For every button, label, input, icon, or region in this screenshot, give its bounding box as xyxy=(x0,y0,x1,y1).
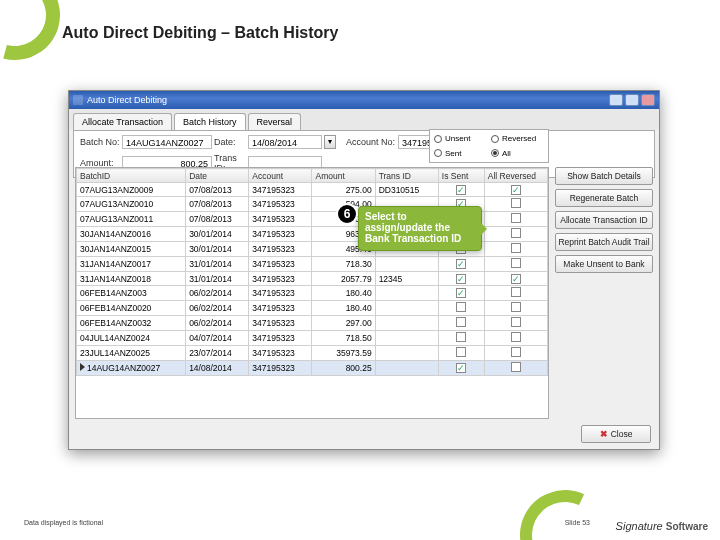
brand-logo: Signature Software xyxy=(616,520,708,532)
regenerate-batch-button[interactable]: Regenerate Batch xyxy=(555,189,653,207)
grid-header-row: BatchID Date Account Amount Trans ID Is … xyxy=(77,169,548,183)
table-row[interactable]: 04JUL14ANZ002404/07/2014347195323718.50 xyxy=(77,331,548,346)
checkbox-icon: ✓ xyxy=(456,363,466,373)
col-batchid[interactable]: BatchID xyxy=(77,169,186,183)
instruction-callout: Select to assign/update the Bank Transac… xyxy=(358,206,482,251)
checkbox-icon xyxy=(511,198,521,208)
reprint-audit-trail-button[interactable]: Reprint Batch Audit Trail xyxy=(555,233,653,251)
checkbox-icon xyxy=(511,362,521,372)
col-account[interactable]: Account xyxy=(249,169,312,183)
table-row[interactable]: 06FEB14ANZ00306/02/2014347195323180.40✓ xyxy=(77,286,548,301)
tab-strip: Allocate Transaction Batch History Rever… xyxy=(69,109,659,130)
close-button-wrap: ✖Close xyxy=(581,425,651,443)
checkbox-icon xyxy=(511,332,521,342)
status-radio-group: Unsent Reversed Sent All xyxy=(429,129,549,163)
allocate-transaction-id-button[interactable]: Allocate Transaction ID xyxy=(555,211,653,229)
table-row[interactable]: 06FEB14ANZ002006/02/2014347195323180.40 xyxy=(77,301,548,316)
checkbox-icon xyxy=(456,302,466,312)
checkbox-icon: ✓ xyxy=(456,185,466,195)
checkbox-icon: ✓ xyxy=(456,259,466,269)
checkbox-icon: ✓ xyxy=(456,288,466,298)
table-row[interactable]: 31JAN14ANZ001731/01/2014347195323718.30✓ xyxy=(77,257,548,272)
table-row[interactable]: 14AUG14ANZ002714/08/2014347195323800.25✓ xyxy=(77,361,548,376)
step-number-badge: 6 xyxy=(336,203,358,225)
col-transid[interactable]: Trans ID xyxy=(375,169,438,183)
row-selector-icon xyxy=(80,363,85,371)
make-unsent-button[interactable]: Make Unsent to Bank xyxy=(555,255,653,273)
date-field[interactable]: 14/08/2014 xyxy=(248,135,322,149)
window-title: Auto Direct Debiting xyxy=(87,95,167,105)
tab-allocate-transaction[interactable]: Allocate Transaction xyxy=(73,113,172,130)
table-row[interactable]: 06FEB14ANZ003206/02/2014347195323297.00 xyxy=(77,316,548,331)
tab-reversal[interactable]: Reversal xyxy=(248,113,302,130)
batch-no-field[interactable]: 14AUG14ANZ0027 xyxy=(122,135,212,149)
checkbox-icon xyxy=(511,287,521,297)
window-titlebar: Auto Direct Debiting xyxy=(69,91,659,109)
app-window: Auto Direct Debiting Allocate Transactio… xyxy=(68,90,660,450)
page-title: Auto Direct Debiting – Batch History xyxy=(62,24,338,42)
table-row[interactable]: 07AUG13ANZ000907/08/2013347195323275.00D… xyxy=(77,183,548,197)
checkbox-icon: ✓ xyxy=(511,185,521,195)
checkbox-icon xyxy=(511,302,521,312)
checkbox-icon xyxy=(456,332,466,342)
batch-no-label: Batch No: xyxy=(80,137,120,147)
col-amount[interactable]: Amount xyxy=(312,169,375,183)
account-no-label: Account No: xyxy=(346,137,396,147)
app-icon xyxy=(73,95,83,105)
close-icon: ✖ xyxy=(600,429,608,439)
checkbox-icon xyxy=(511,317,521,327)
checkbox-icon xyxy=(511,243,521,253)
footer-note: Data displayed is fictional xyxy=(24,519,103,526)
checkbox-icon xyxy=(511,228,521,238)
radio-all[interactable]: All xyxy=(491,147,544,161)
radio-unsent[interactable]: Unsent xyxy=(434,132,487,146)
col-allreversed[interactable]: All Reversed xyxy=(484,169,547,183)
table-row[interactable]: 31JAN14ANZ001831/01/20143471953232057.79… xyxy=(77,272,548,286)
col-issent[interactable]: Is Sent xyxy=(438,169,484,183)
col-date[interactable]: Date xyxy=(186,169,249,183)
checkbox-icon: ✓ xyxy=(511,274,521,284)
date-label: Date: xyxy=(214,137,246,147)
close-button[interactable]: ✖Close xyxy=(581,425,651,443)
decor-swoosh-br xyxy=(507,477,622,540)
table-row[interactable]: 23JUL14ANZ002523/07/201434719532335973.5… xyxy=(77,346,548,361)
checkbox-icon xyxy=(511,347,521,357)
show-batch-details-button[interactable]: Show Batch Details xyxy=(555,167,653,185)
checkbox-icon xyxy=(511,258,521,268)
radio-sent[interactable]: Sent xyxy=(434,147,487,161)
checkbox-icon: ✓ xyxy=(456,274,466,284)
checkbox-icon xyxy=(511,213,521,223)
window-close-button[interactable] xyxy=(641,94,655,106)
checkbox-icon xyxy=(456,317,466,327)
tab-batch-history[interactable]: Batch History xyxy=(174,113,246,130)
date-dropdown-icon[interactable]: ▾ xyxy=(324,135,336,149)
batch-grid[interactable]: BatchID Date Account Amount Trans ID Is … xyxy=(75,167,549,419)
checkbox-icon xyxy=(456,347,466,357)
action-button-column: Show Batch Details Regenerate Batch Allo… xyxy=(555,167,653,273)
maximize-button[interactable] xyxy=(625,94,639,106)
minimize-button[interactable] xyxy=(609,94,623,106)
radio-reversed[interactable]: Reversed xyxy=(491,132,544,146)
